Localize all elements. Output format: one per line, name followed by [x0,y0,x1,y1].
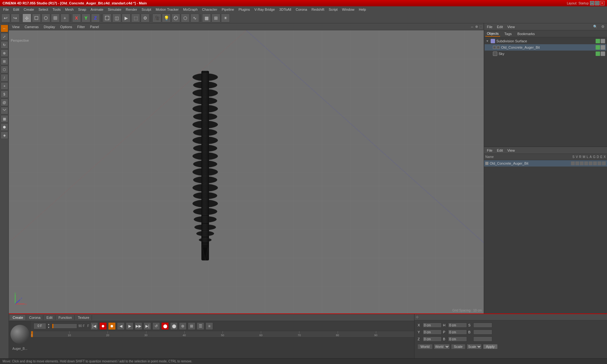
tool-12[interactable]: ▦ [1,115,8,123]
tool-13[interactable]: ⬢ [1,123,8,131]
menu-mesh[interactable]: Mesh [63,7,76,12]
menu-window[interactable]: Window [340,7,356,12]
toolbar-select[interactable]: ⊹ [22,14,31,22]
tool-11[interactable] [1,107,8,114]
menu-animate[interactable]: Animate [89,7,105,12]
coord-input-p[interactable] [448,330,467,335]
tab-edit-mat[interactable]: Corona [27,315,43,320]
menu-3dtoall[interactable]: 3DToAll [277,7,293,12]
btn-cfg4[interactable]: ≡ [205,322,213,330]
obj-vis-green-2[interactable] [596,45,600,50]
tab-tags[interactable]: Tags [503,31,513,36]
objects-menu-edit[interactable]: Edit [495,24,505,29]
menu-render[interactable]: Render [124,7,139,12]
current-frame-input[interactable] [34,323,46,329]
coord-input-sx[interactable] [473,323,492,328]
tool-7[interactable]: / [1,74,8,82]
btn-step-forward[interactable]: ▶▶ [135,322,142,330]
viewport-menu-filter[interactable]: Filter [75,24,87,29]
attrib-icon-1[interactable] [571,161,575,165]
coord-world-select[interactable]: World Object [434,344,450,349]
btn-goto-end[interactable]: ▶| [144,322,151,330]
menu-help[interactable]: Help [357,7,368,12]
btn-cfg[interactable]: ⊛ [179,322,187,330]
attrib-menu-edit[interactable]: Edit [495,148,505,153]
coord-input-b[interactable] [448,337,467,342]
maximize-button[interactable]: □ [595,1,599,5]
menu-script[interactable]: Script [327,7,340,12]
coord-scale-select[interactable]: Scale [467,344,482,349]
tab-function[interactable]: Function [56,315,75,320]
viewport-menu-cameras[interactable]: Cameras [23,24,41,29]
coord-input-h[interactable] [448,323,467,328]
viewport-icon-2[interactable]: ⊕ [475,25,478,29]
toolbar-render[interactable]: ▶ [122,14,131,22]
tool-scale[interactable]: ⤢ [1,33,8,40]
tool-14[interactable]: ◈ [1,131,8,139]
toolbar-z-axis[interactable]: Z [91,14,100,22]
toolbar-render-view[interactable]: ⬚ [131,14,140,22]
obj-vis-gray-2[interactable] [601,45,605,50]
btn-record[interactable]: ⏺ [99,322,107,330]
obj-item-sky[interactable]: Sky [485,51,606,57]
tab-edit2[interactable]: Edit [44,315,55,320]
attrib-icon-4[interactable] [584,161,588,165]
menu-motion-tracker[interactable]: Motion Tracker [154,7,181,12]
attrib-icon-7[interactable] [598,161,601,165]
btn-loop[interactable]: ↺ [152,322,160,330]
frame-up[interactable]: ▲ [47,323,51,326]
btn-play[interactable]: ▶ [126,322,133,330]
objects-icon-search[interactable]: 🔍 [592,25,599,29]
toolbar-cube[interactable] [103,14,112,22]
toolbar-texture-map[interactable]: ▦ [202,14,211,22]
menu-file[interactable]: File [1,7,11,12]
obj-vis-green-3[interactable] [596,52,600,56]
attrib-icon-2[interactable] [575,161,579,165]
viewport-menu-view[interactable]: View [10,24,21,29]
toolbar-object-mode[interactable] [32,14,41,22]
tool-5[interactable]: ⊞ [1,58,8,65]
obj-vis-gray-1[interactable] [601,39,605,43]
obj-vis-gray-3[interactable] [601,52,605,56]
minimize-button[interactable]: ─ [590,1,594,5]
world-button[interactable]: World [418,344,432,349]
viewport-icon-3[interactable]: ⬚ [479,25,482,29]
btn-record-auto[interactable]: ⏺ [108,322,116,330]
toolbar-undo[interactable]: ↩ [1,14,10,22]
menu-snap[interactable]: Snap [76,7,88,12]
menu-character[interactable]: Character [200,7,219,12]
menu-vray-bridge[interactable]: V-Ray Bridge [253,7,277,12]
menu-select[interactable]: Select [37,7,50,12]
attrib-icon-3[interactable] [580,161,584,165]
btn-cfg2[interactable]: ⊞ [188,322,195,330]
coord-input-sz[interactable] [473,337,492,342]
viewport-menu-options[interactable]: Options [58,24,74,29]
coord-input-y[interactable] [423,330,442,335]
menu-pipeline[interactable]: Pipeline [220,7,236,12]
coord-input-sy[interactable] [473,330,492,335]
attrib-menu-file[interactable]: File [485,148,494,153]
toolbar-x-axis[interactable]: X [72,14,81,22]
toolbar-redo[interactable]: ↪ [11,14,20,22]
btn-cfg3[interactable]: ☰ [197,322,204,330]
btn-play-back[interactable]: ◀ [117,322,125,330]
toolbar-camera[interactable]: 🎥 [152,14,161,22]
obj-item-subdiv-surface[interactable]: ▼ Subdivision Surface [485,38,606,44]
viewport-icon-1[interactable]: ↔ [470,25,474,29]
objects-icon-settings[interactable]: ⚙ [600,25,606,29]
toolbar-edge-mode[interactable] [51,14,60,22]
toolbar-plane[interactable]: ◫ [112,14,121,22]
coord-input-z[interactable] [423,337,442,342]
toolbar-polygon[interactable]: ⬡ [181,14,190,22]
menu-plugins[interactable]: Plugins [236,7,252,12]
coord-input-x[interactable] [423,323,442,328]
viewport-menu-display[interactable]: Display [42,24,57,29]
tab-objects[interactable]: Objects [485,31,500,37]
tool-rotate[interactable]: ↻ [1,41,8,49]
apply-button[interactable]: Apply [483,344,498,349]
tool-8[interactable]: ⌖ [1,82,8,90]
attrib-icon-6[interactable] [593,161,597,165]
objects-menu-file[interactable]: File [485,24,494,29]
toolbar-material-mgr[interactable]: ⊞ [212,14,220,22]
toolbar-light[interactable]: 💡 [162,14,171,22]
